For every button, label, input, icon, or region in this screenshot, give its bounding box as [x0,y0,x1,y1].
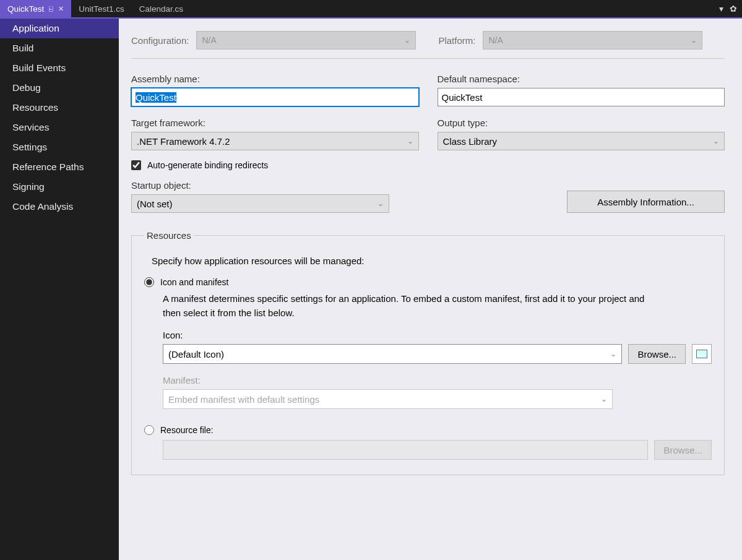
configuration-label: Configuration: [131,35,189,46]
sidebar-item-build[interactable]: Build [0,38,119,58]
tab-label: Calendar.cs [139,4,183,14]
default-namespace-label: Default namespace: [438,74,725,84]
tab-quicktest[interactable]: QuickTest ⍇ ✕ [0,0,71,18]
icon-manifest-radio[interactable] [144,277,154,287]
chevron-down-icon: ⌄ [610,350,616,358]
sidebar-item-settings[interactable]: Settings [0,137,119,157]
output-type-label: Output type: [438,118,725,128]
sidebar-item-application[interactable]: Application [0,19,119,38]
chevron-down-icon: ⌄ [404,36,410,45]
icon-browse-button[interactable]: Browse... [628,344,686,364]
configuration-select: N/A ⌄ [196,31,416,50]
resources-description: Specify how application resources will b… [152,256,712,266]
resource-file-radio[interactable] [144,425,154,435]
resource-file-browse-button: Browse... [654,440,712,460]
tabs-bar: QuickTest ⍇ ✕ UnitTest1.cs Calendar.cs ▾… [0,0,742,19]
tab-unittest1[interactable]: UnitTest1.cs [71,0,132,18]
sidebar-item-reference-paths[interactable]: Reference Paths [0,157,119,177]
gear-icon[interactable]: ✿ [730,4,737,14]
manifest-label: Manifest: [163,375,712,386]
sidebar-item-debug[interactable]: Debug [0,78,119,98]
chevron-down-icon: ⌄ [601,395,607,403]
overflow-icon[interactable]: ▾ [719,4,723,14]
startup-object-select[interactable]: (Not set) ⌄ [131,194,389,213]
assembly-name-label: Assembly name: [131,74,419,84]
pin-icon[interactable]: ⍇ [49,5,53,12]
platform-label: Platform: [438,35,475,46]
platform-select: N/A ⌄ [483,31,702,50]
resources-group: Resources Specify how application resour… [131,230,725,475]
sidebar-item-signing[interactable]: Signing [0,177,119,197]
chevron-down-icon: ⌄ [407,137,413,145]
sidebar: Application Build Build Events Debug Res… [0,19,119,560]
auto-binding-checkbox[interactable] [131,160,141,170]
assembly-name-input[interactable] [131,88,419,106]
icon-manifest-text: A manifest determines specific settings … [163,292,652,320]
icon-label: Icon: [163,330,712,340]
target-framework-select[interactable]: .NET Framework 4.7.2 ⌄ [131,132,419,150]
close-icon[interactable]: ✕ [58,5,64,13]
main-panel: Configuration: N/A ⌄ Platform: N/A ⌄ Ass… [119,19,742,560]
tab-label: QuickTest [7,4,44,14]
icon-manifest-label: Icon and manifest [160,277,229,287]
target-framework-label: Target framework: [131,118,419,128]
sidebar-item-build-events[interactable]: Build Events [0,58,119,78]
output-type-select[interactable]: Class Library ⌄ [438,132,725,150]
sidebar-item-services[interactable]: Services [0,118,119,137]
sidebar-item-resources[interactable]: Resources [0,98,119,118]
chevron-down-icon: ⌄ [713,137,719,145]
manifest-select: Embed manifest with default settings ⌄ [163,389,613,409]
icon-select[interactable]: (Default Icon) ⌄ [163,344,622,364]
tab-label: UnitTest1.cs [79,4,124,14]
resource-file-input [163,440,648,460]
resource-file-label: Resource file: [160,425,214,435]
resources-legend: Resources [144,230,194,241]
auto-binding-label: Auto-generate binding redirects [147,160,268,170]
assembly-information-button[interactable]: Assembly Information... [567,191,725,213]
tab-calendar[interactable]: Calendar.cs [132,0,191,18]
sidebar-item-code-analysis[interactable]: Code Analysis [0,197,119,217]
chevron-down-icon: ⌄ [377,199,384,208]
default-namespace-input[interactable] [438,88,725,106]
app-icon-preview [692,344,712,364]
chevron-down-icon: ⌄ [691,36,697,45]
startup-object-label: Startup object: [131,180,389,191]
